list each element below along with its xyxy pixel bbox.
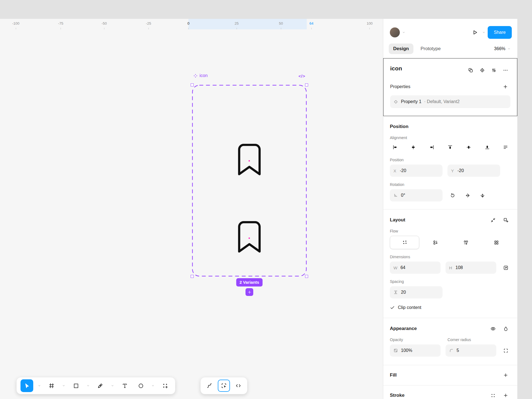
- corner-radius-input[interactable]: 5: [446, 344, 496, 357]
- zoom-control[interactable]: 366%: [494, 46, 511, 51]
- y-label: Y: [451, 168, 454, 173]
- bookmark-variant-2[interactable]: [231, 218, 268, 255]
- chevron-down-icon: [111, 384, 114, 387]
- add-fill-button[interactable]: [501, 370, 511, 380]
- align-vertical-center-button[interactable]: [464, 142, 474, 152]
- rectangle-tool-button[interactable]: [70, 380, 82, 392]
- y-position-input[interactable]: Y -20: [447, 165, 500, 177]
- ellipse-tool-button[interactable]: [135, 380, 147, 392]
- avatar[interactable]: [390, 27, 400, 37]
- opacity-input[interactable]: 100%: [390, 344, 441, 357]
- flow-wrap-button[interactable]: [482, 236, 511, 249]
- add-stroke-button[interactable]: [501, 390, 511, 399]
- draw-icon: [206, 383, 213, 389]
- resize-handle[interactable]: [191, 83, 194, 86]
- move-tool-menu-button[interactable]: [37, 384, 42, 387]
- rectangle-tool-icon: [73, 383, 79, 389]
- tidy-up-button[interactable]: [501, 142, 511, 152]
- layout-grid-plus-button[interactable]: [501, 215, 511, 225]
- fill-heading: Fill: [390, 372, 397, 378]
- blend-mode-button[interactable]: [501, 324, 511, 334]
- pen-tool-button[interactable]: [94, 380, 106, 392]
- actions-icon: [162, 383, 168, 389]
- property-diamond-icon: [393, 99, 398, 104]
- ellipse-tools-menu-button[interactable]: [151, 384, 155, 387]
- fill-section: Fill: [383, 365, 517, 385]
- horizontal-ruler: -100 -75 -50 -25 0 25 50 64 100: [0, 19, 383, 29]
- chevron-down-icon[interactable]: [402, 31, 405, 34]
- flip-vertical-icon: [480, 193, 485, 198]
- rotate-90-button[interactable]: [447, 190, 457, 200]
- x-position-input[interactable]: X -20: [390, 165, 443, 177]
- bookmark-variant-default[interactable]: [231, 141, 268, 178]
- spacing-label: Spacing: [390, 279, 511, 284]
- width-input[interactable]: W 64: [390, 262, 441, 274]
- align-top-button[interactable]: [445, 142, 455, 152]
- pen-tools-menu-button[interactable]: [110, 384, 115, 387]
- flow-horizontal-button[interactable]: [451, 236, 480, 249]
- frame-dev-mode-toggle[interactable]: </>: [298, 74, 305, 78]
- chevron-down-icon[interactable]: [482, 31, 485, 34]
- component-config-button[interactable]: [477, 65, 487, 75]
- variants-count-badge[interactable]: 2 Variants: [236, 278, 263, 287]
- flow-free-button[interactable]: [390, 236, 419, 249]
- draw-annotate-button[interactable]: [203, 380, 216, 392]
- align-horizontal-center-button[interactable]: [408, 142, 418, 152]
- stroke-styles-button[interactable]: [488, 390, 498, 399]
- share-button[interactable]: Share: [488, 26, 512, 39]
- tab-design[interactable]: Design: [389, 44, 413, 54]
- align-right-button[interactable]: [427, 142, 437, 152]
- property-row[interactable]: Property 1 · Default, Variant2: [390, 95, 510, 108]
- ellipse-tool-icon: [138, 383, 144, 389]
- align-bottom-button[interactable]: [482, 142, 492, 152]
- clip-content-checkbox[interactable]: [390, 305, 395, 310]
- component-set-label[interactable]: icon: [193, 73, 208, 78]
- dev-mode-button[interactable]: [232, 380, 244, 392]
- layout-heading: Layout: [390, 217, 405, 223]
- swap-instance-button[interactable]: [466, 65, 475, 75]
- adjust-button[interactable]: [489, 65, 499, 75]
- opacity-value: 100%: [401, 348, 412, 353]
- text-tool-button[interactable]: [119, 380, 131, 392]
- clip-content-row[interactable]: Clip content: [390, 305, 511, 310]
- spacing-input[interactable]: 20: [390, 286, 443, 298]
- canvas[interactable]: -100 -75 -50 -25 0 25 50 64 100 icon </>…: [0, 19, 383, 399]
- actions-button[interactable]: [159, 380, 171, 392]
- frame-tool-menu-button[interactable]: [62, 384, 66, 387]
- frame-tool-button[interactable]: [45, 380, 58, 392]
- chevron-down-icon: [86, 384, 90, 387]
- component-config-icon: [480, 68, 485, 73]
- spacing-value: 20: [401, 290, 406, 295]
- adjust-size-button[interactable]: [501, 263, 511, 273]
- independent-corners-button[interactable]: [501, 346, 511, 355]
- resize-to-fit-button[interactable]: [488, 215, 498, 225]
- appearance-heading: Appearance: [390, 326, 417, 331]
- resize-handle[interactable]: [305, 275, 308, 278]
- layout-grid-plus-icon: [503, 218, 508, 223]
- inspect-mode-button[interactable]: [218, 380, 230, 392]
- height-input[interactable]: H 108: [446, 262, 496, 274]
- resize-handle[interactable]: [191, 275, 194, 278]
- ruler-tick: 25: [235, 19, 239, 29]
- present-button[interactable]: [470, 27, 480, 37]
- move-tool-button[interactable]: [21, 379, 33, 392]
- flip-vertical-button[interactable]: [477, 190, 487, 200]
- align-left-button[interactable]: [390, 142, 400, 152]
- appearance-section: Appearance Opacity Corner radius 100% 5: [383, 318, 517, 365]
- resize-handle[interactable]: [305, 83, 308, 86]
- x-label: X: [393, 168, 397, 173]
- component-config-card: icon Properties: [383, 58, 517, 116]
- flip-horizontal-button[interactable]: [462, 190, 472, 200]
- more-options-button[interactable]: [500, 65, 510, 75]
- add-property-button[interactable]: [500, 82, 510, 92]
- play-icon: [472, 29, 478, 35]
- rotation-input[interactable]: 0°: [390, 189, 443, 201]
- tab-prototype[interactable]: Prototype: [421, 46, 441, 52]
- independent-corners-icon: [503, 348, 508, 353]
- visibility-button[interactable]: [488, 324, 498, 334]
- add-variant-button[interactable]: [245, 288, 253, 296]
- flow-vertical-button[interactable]: [421, 236, 450, 249]
- shape-tools-menu-button[interactable]: [86, 384, 90, 387]
- ruler-tick: -75: [58, 19, 63, 29]
- property-name: Property 1: [401, 99, 421, 104]
